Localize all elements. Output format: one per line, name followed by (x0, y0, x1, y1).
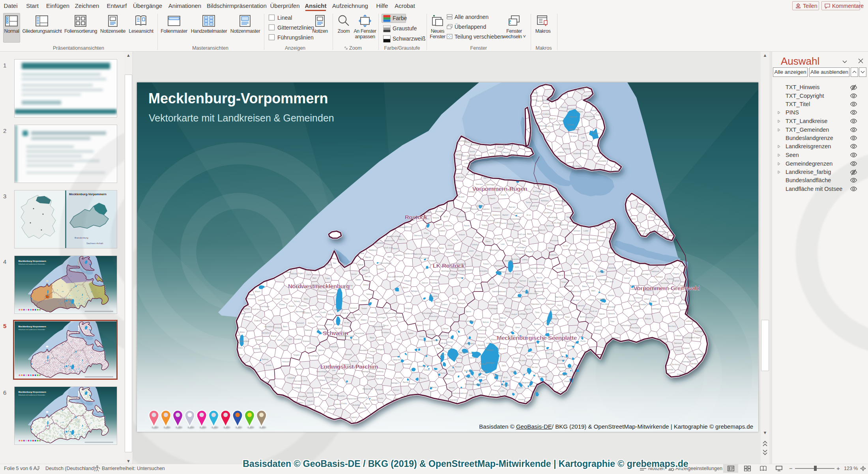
svg-text:Vergard: Vergard (475, 237, 482, 239)
svg-text:Strawalde: Strawalde (479, 270, 488, 272)
svg-text:Blankenen: Blankenen (559, 224, 568, 226)
svg-text:Goburg: Goburg (471, 244, 478, 246)
svg-text:Banow: Banow (403, 381, 409, 383)
svg-text:Stranow: Stranow (303, 340, 310, 342)
svg-text:Tessgard: Tessgard (526, 251, 533, 253)
svg-text:Lubshagen: Lubshagen (466, 320, 475, 322)
svg-text:Neu shagen: Neu shagen (572, 165, 582, 167)
svg-text:Groow: Groow (419, 336, 425, 338)
svg-text:Lonow: Lonow (556, 267, 561, 269)
svg-text:Hohenzin: Hohenzin (282, 361, 290, 363)
svg-text:Wolsund: Wolsund (529, 281, 536, 283)
svg-text:Maltin: Maltin (574, 263, 579, 265)
svg-text:Riberin: Riberin (384, 307, 390, 309)
svg-text:Waldstedt: Waldstedt (651, 271, 660, 272)
svg-text:Sternnow: Sternnow (557, 359, 565, 361)
svg-text:Wolen: Wolen (240, 331, 245, 333)
svg-text:Mecklenburg-Vorpommern: Mecklenburg-Vorpommern (19, 260, 47, 262)
svg-text:Ziereburg: Ziereburg (425, 340, 432, 342)
svg-text:Veren: Veren (631, 218, 636, 220)
svg-text:Ludland: Ludland (637, 206, 644, 208)
svg-text:Groberg: Groberg (281, 345, 288, 347)
svg-text:LK Rostock: LK Rostock (433, 262, 465, 269)
svg-text:Straland: Straland (598, 271, 605, 273)
svg-text:Tesswalde: Tesswalde (598, 160, 606, 162)
svg-text:Grabsund: Grabsund (459, 392, 468, 394)
svg-text:Rostock: Rostock (405, 214, 428, 220)
svg-text:Roefelde: Roefelde (516, 286, 523, 288)
svg-text:Waldgard: Waldgard (376, 349, 384, 351)
svg-text:Vererin: Vererin (370, 321, 376, 323)
svg-text:Loburg: Loburg (464, 162, 470, 164)
svg-text:Penerin: Penerin (351, 360, 357, 362)
svg-text:Gronow: Gronow (567, 124, 574, 126)
svg-text:Neukalnow: Neukalnow (667, 297, 676, 299)
svg-text:Karlsberg: Karlsberg (531, 359, 539, 361)
svg-text:Berow: Berow (580, 316, 585, 318)
svg-text:Groum: Groum (314, 392, 320, 394)
svg-text:Neukalin: Neukalin (409, 383, 416, 385)
svg-text:Demstorf: Demstorf (350, 307, 357, 309)
svg-text:Penitz: Penitz (655, 218, 660, 220)
svg-text:Malshagen: Malshagen (486, 362, 495, 364)
svg-text:Saen: Saen (522, 240, 526, 242)
svg-text:Zarmünde: Zarmünde (567, 108, 575, 110)
svg-text:Goken: Goken (511, 371, 516, 373)
svg-text:Kroefelde: Kroefelde (666, 369, 673, 371)
svg-text:Gonow: Gonow (307, 392, 312, 394)
svg-text:Roeow: Roeow (271, 335, 277, 337)
svg-text:Paselin: Paselin (489, 198, 496, 200)
svg-text:Gadeen: Gadeen (439, 230, 446, 232)
svg-text:Sassitz: Sassitz (370, 312, 377, 314)
svg-text:Tesschim: Tesschim (649, 281, 657, 283)
svg-text:Damsund: Damsund (414, 235, 422, 237)
svg-text:Alt storf: Alt storf (458, 196, 464, 198)
svg-text:Witstedt: Witstedt (418, 366, 425, 368)
svg-text:Hohenberg: Hohenberg (493, 332, 502, 334)
svg-text:Tribgard: Tribgard (673, 273, 679, 275)
svg-text:Zarburg: Zarburg (584, 145, 590, 147)
svg-text:Tribin: Tribin (610, 321, 615, 323)
svg-text:Roezin: Roezin (312, 309, 318, 311)
svg-text:Paseleben: Paseleben (531, 303, 540, 305)
svg-text:Klein dorf: Klein dorf (498, 348, 506, 350)
svg-text:Blankensen: Blankensen (494, 265, 504, 267)
svg-text:Demow: Demow (405, 226, 412, 228)
svg-text:Zarsund: Zarsund (608, 313, 615, 315)
svg-text:Grimtin: Grimtin (266, 364, 272, 366)
svg-text:Sasssund: Sasssund (546, 225, 554, 227)
svg-text:Ludsen: Ludsen (405, 295, 412, 297)
svg-text:Demitz: Demitz (501, 222, 507, 224)
svg-text:Lolin: Lolin (581, 137, 585, 139)
svg-text:Grabnitz: Grabnitz (254, 320, 261, 322)
svg-text:Malshagen: Malshagen (550, 318, 559, 320)
svg-text:Basen: Basen (453, 316, 458, 318)
svg-text:Wustermünde: Wustermünde (527, 293, 539, 295)
svg-text:Grabken: Grabken (557, 151, 565, 153)
svg-text:Groß sund: Groß sund (384, 247, 393, 249)
svg-text:Damken: Damken (690, 363, 698, 365)
svg-text:Pasetin: Pasetin (464, 225, 470, 227)
svg-text:Putnitz: Putnitz (493, 318, 499, 320)
svg-text:Gogard: Gogard (297, 272, 304, 274)
svg-text:Alt itz: Alt itz (452, 298, 456, 300)
svg-text:Torsen: Torsen (262, 319, 268, 321)
svg-text:Berstedt: Berstedt (345, 354, 352, 356)
svg-text:Barow: Barow (567, 345, 572, 347)
svg-text:Zarkow: Zarkow (318, 349, 324, 351)
svg-text:Demnitz: Demnitz (593, 132, 600, 134)
svg-text:Witleben: Witleben (576, 331, 584, 333)
svg-text:Groß eshagen: Groß eshagen (389, 235, 401, 237)
svg-text:Verum: Verum (277, 339, 282, 341)
svg-text:Sternmünde: Sternmünde (512, 297, 522, 299)
svg-text:Hohenzin: Hohenzin (577, 89, 585, 91)
svg-text:Strain: Strain (424, 232, 428, 234)
svg-text:Blankenleben: Blankenleben (347, 398, 358, 400)
svg-text:Bad um: Bad um (550, 118, 556, 120)
svg-text:Klein itz: Klein itz (398, 239, 405, 241)
svg-text:Sain: Sain (469, 394, 473, 396)
svg-text:Blankentin: Blankentin (535, 284, 543, 286)
svg-text:Klein erin: Klein erin (583, 95, 591, 97)
svg-text:Baitz: Baitz (312, 277, 317, 279)
svg-text:Tortin: Tortin (535, 312, 540, 314)
